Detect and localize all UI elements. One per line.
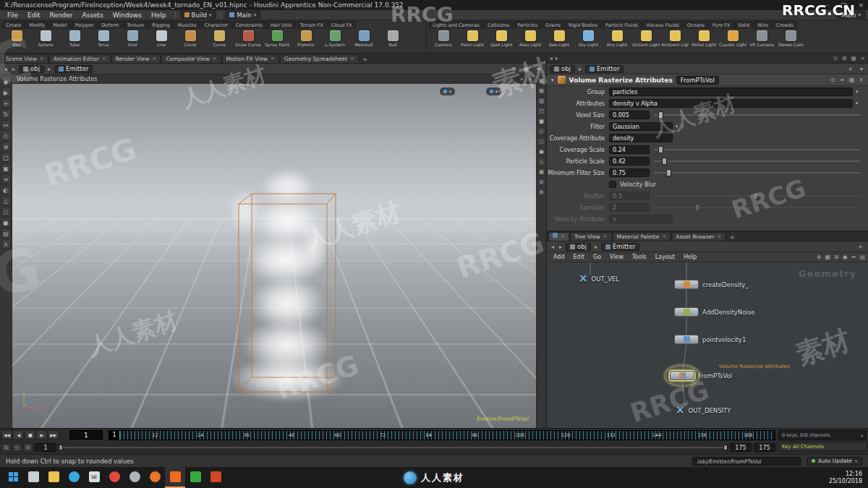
path-node-chip[interactable]: Emitter: [601, 243, 639, 251]
taskbar-app[interactable]: [23, 467, 43, 488]
split-icon[interactable]: ⊞: [834, 254, 839, 260]
add-icon[interactable]: +: [846, 66, 855, 72]
forward-icon[interactable]: ▸: [11, 66, 17, 72]
shelf-tool[interactable]: Box: [3, 30, 30, 51]
display-tool-icon[interactable]: ≡: [537, 178, 545, 186]
filter-menu-icon[interactable]: ▾: [673, 124, 681, 129]
grid-icon[interactable]: ▦: [849, 77, 855, 83]
viewport-tool-icon[interactable]: +: [1, 98, 11, 108]
back-icon[interactable]: ◂: [550, 55, 553, 61]
collapse-arrow-icon[interactable]: ▾: [551, 77, 554, 83]
viewport-tool-icon[interactable]: ○: [1, 207, 11, 216]
node-OUT_VEL[interactable]: × OUT_VEL: [579, 274, 619, 283]
close-icon[interactable]: ×: [350, 55, 354, 63]
pane-tab[interactable]: Tree View×: [570, 232, 612, 241]
back-icon[interactable]: ◂: [550, 244, 556, 250]
pane-tab[interactable]: Render View×: [111, 54, 161, 63]
key-all-channels-button[interactable]: Key All Channels: [778, 442, 867, 451]
viewport-tool-icon[interactable]: □: [1, 153, 11, 162]
menu-item[interactable]: Edit: [23, 12, 44, 19]
maximize-button[interactable]: □: [841, 0, 847, 10]
pane-tab[interactable]: Material Palette×: [613, 232, 671, 241]
viewport-tool-icon[interactable]: ●: [1, 218, 11, 227]
shelf-tab[interactable]: Lights and Cameras: [429, 21, 483, 29]
playbar-option-button[interactable]: ≡: [1, 443, 11, 452]
shelf-tool[interactable]: Draw Curve: [234, 30, 262, 51]
path-root-chip[interactable]: obj: [566, 243, 591, 251]
voxel-size-slider[interactable]: [654, 111, 861, 119]
shelf-tool[interactable]: L-System: [321, 30, 349, 51]
velocity-blur-checkbox[interactable]: [609, 181, 616, 188]
close-button[interactable]: ×: [858, 0, 864, 10]
close-icon[interactable]: ×: [102, 55, 106, 63]
display-tool-icon[interactable]: ▣: [537, 168, 545, 176]
shelf-tool[interactable]: Spray Paint: [263, 30, 291, 51]
shelf-tool[interactable]: Area Light: [516, 30, 544, 51]
end-frame-field[interactable]: 175: [754, 443, 775, 452]
shelf-tab[interactable]: Model: [49, 21, 71, 29]
new-tab-button[interactable]: +: [726, 234, 738, 241]
grid-icon[interactable]: ▦: [522, 66, 532, 72]
pane-tab[interactable]: Geometry Spreadsheet×: [280, 54, 359, 63]
viewport-tool-icon[interactable]: ▶: [1, 87, 11, 97]
viewport-3d[interactable]: Volume Rasterize Attributes ▾ ×: [12, 74, 536, 428]
target-icon[interactable]: ◉: [843, 254, 848, 260]
shelf-tool[interactable]: Point Light: [459, 30, 486, 51]
shelf-tool[interactable]: Platonic: [292, 30, 320, 51]
taskbar-clock[interactable]: 12:16 25/10/2018: [829, 467, 862, 488]
playhead[interactable]: 1: [109, 431, 120, 440]
display-tool-icon[interactable]: ◇: [537, 127, 545, 135]
viewport-tool-icon[interactable]: ↻: [1, 109, 11, 119]
gear-icon[interactable]: ⊙: [830, 77, 835, 83]
taskbar-app[interactable]: [145, 467, 165, 488]
frame-range-slider[interactable]: [59, 443, 728, 452]
menu-icon[interactable]: ≡: [840, 77, 845, 83]
group-menu-icon[interactable]: ▾: [853, 89, 861, 95]
coverage-scale-input[interactable]: 0.24: [609, 145, 650, 154]
shelf-tab[interactable]: Particles: [514, 21, 540, 29]
particle-scale-input[interactable]: 0.42: [609, 157, 650, 166]
close-icon[interactable]: ×: [153, 55, 157, 63]
shelf-tab[interactable]: Modify: [26, 21, 49, 29]
shelf-tool[interactable]: Ambient Light: [661, 30, 689, 51]
shelf-tool[interactable]: Sky Light: [574, 30, 602, 51]
transport-button[interactable]: ◀◀: [1, 430, 12, 440]
transport-button[interactable]: ▶: [36, 430, 47, 440]
menu-item[interactable]: Assets: [78, 12, 108, 19]
options-icon[interactable]: ≡: [534, 66, 543, 72]
viewport-tool-icon[interactable]: ▤: [1, 228, 11, 238]
close-icon[interactable]: ×: [40, 55, 44, 63]
shelf-tab[interactable]: Pyro FX: [709, 21, 734, 29]
shelf-tab[interactable]: Particle Fluids: [602, 21, 642, 29]
transport-button[interactable]: ■: [25, 430, 35, 440]
display-tool-icon[interactable]: ⊕: [537, 188, 545, 196]
shelf-tool[interactable]: Torus: [90, 30, 117, 51]
path-node-chip[interactable]: Emitter: [54, 65, 93, 73]
desktop-selector-right[interactable]: Main ▾: [837, 11, 865, 19]
close-icon[interactable]: ×: [271, 55, 275, 63]
shelf-tool[interactable]: Spot Light: [488, 30, 515, 51]
shelf-tab[interactable]: Oceans: [684, 21, 708, 29]
current-node-path-field[interactable]: /obj/Emitter/FromPTsVol: [692, 457, 801, 466]
shelf-tab[interactable]: Muscles: [174, 21, 200, 29]
new-tab-button[interactable]: +: [359, 56, 371, 63]
shelf-tab[interactable]: Solid: [735, 21, 754, 29]
shelf-tab[interactable]: Viscous Fluids: [642, 21, 683, 29]
shelf-tool[interactable]: Portal Light: [690, 30, 718, 51]
pane-tab[interactable]: Scene View×: [1, 54, 48, 63]
viewport-tool-icon[interactable]: △: [1, 196, 11, 205]
display-tool-icon[interactable]: ○: [537, 137, 545, 145]
shelf-tab[interactable]: Texture: [123, 21, 148, 29]
minimum-filter-size-input[interactable]: 0.75: [609, 168, 650, 177]
network-view-tab[interactable]: ×: [548, 232, 569, 241]
shelf-tab[interactable]: Constraints: [232, 21, 266, 29]
shelf-tool[interactable]: Grid: [119, 30, 146, 51]
range-handle-end[interactable]: [723, 445, 728, 450]
add-icon[interactable]: +: [856, 244, 865, 250]
network-menu-item[interactable]: Edit: [570, 254, 589, 260]
network-menu-item[interactable]: View: [606, 254, 627, 260]
chevron-down-icon[interactable]: ▾: [521, 77, 524, 82]
update-mode-selector[interactable]: Auto Update▾: [807, 457, 862, 466]
shelf-tab[interactable]: Character: [201, 21, 231, 29]
shelf-tab[interactable]: Cloud FX: [328, 21, 356, 29]
